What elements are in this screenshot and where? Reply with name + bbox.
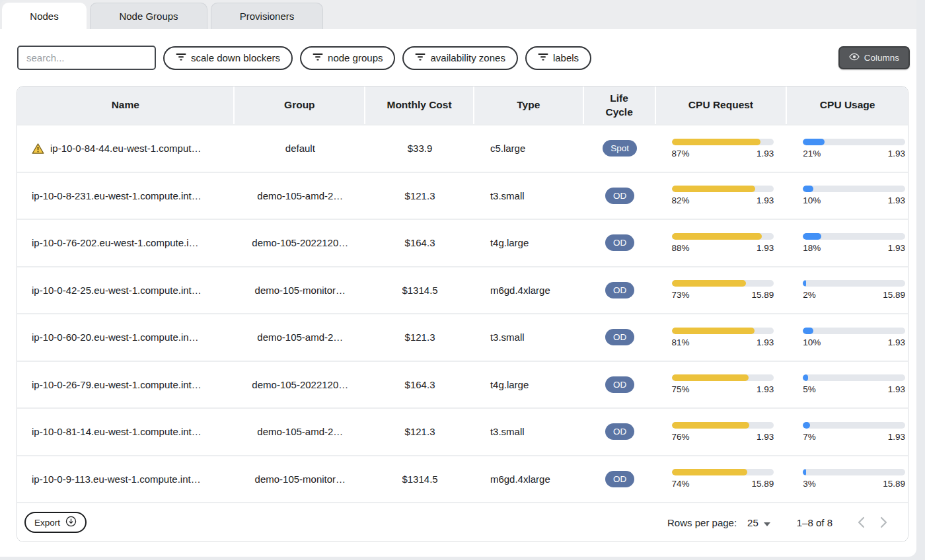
chevron-left-icon[interactable] — [850, 511, 872, 534]
node-name-cell: ip-10-0-81-14.eu-west-1.compute.int… — [17, 409, 235, 455]
chevron-right-icon[interactable] — [872, 511, 895, 534]
bar-labels: 75%1.93 — [672, 384, 774, 394]
capacity-label: 1.93 — [757, 384, 774, 394]
life-cycle-cell: OD — [584, 267, 656, 314]
tab-node-groups-label: Node Groups — [119, 11, 178, 22]
column-header-cpu-usage[interactable]: CPU Usage — [787, 87, 908, 124]
percent-label: 18% — [803, 243, 821, 253]
percent-label: 10% — [803, 195, 821, 205]
group-cell: demo-105-2022120… — [235, 362, 366, 408]
capacity-label: 1.93 — [757, 337, 774, 347]
export-button[interactable]: Export — [24, 512, 87, 533]
column-header-monthly-cost[interactable]: Monthly Cost — [365, 87, 474, 124]
pagination-controls: Rows per page: 25 1–8 of 8 — [667, 511, 895, 534]
bar-labels: 82%1.93 — [672, 195, 774, 205]
cpu-request-bar — [672, 422, 774, 429]
table-row[interactable]: ip-10-0-84-44.eu-west-1.comput…default$3… — [17, 124, 908, 172]
instance-type-cell: t3.small — [474, 409, 584, 455]
filter-scale-down-blockers-button[interactable]: scale down blockers — [163, 46, 293, 70]
monthly-cost-cell: $121.3 — [365, 409, 474, 455]
life-cycle-cell: OD — [584, 456, 656, 503]
cpu-request-cell: 74%15.89 — [656, 456, 788, 503]
bar-labels: 5%1.93 — [803, 384, 905, 394]
tab-nodes-label: Nodes — [30, 11, 58, 22]
table-row[interactable]: ip-10-0-8-231.eu-west-1.compute.int…demo… — [17, 172, 908, 219]
cpu-request-cell: 82%1.93 — [656, 173, 788, 219]
table-row[interactable]: ip-10-0-26-79.eu-west-1.compute.int…demo… — [17, 361, 908, 408]
bar-labels: 73%15.89 — [672, 290, 774, 300]
capacity-label: 15.89 — [883, 479, 905, 489]
capacity-label: 1.93 — [888, 195, 905, 205]
app-window: Nodes Node Groups Provisioners scale dow… — [0, 0, 916, 557]
column-header-type[interactable]: Type — [474, 87, 584, 124]
cpu-request-cell: 88%1.93 — [656, 220, 788, 266]
table-row[interactable]: ip-10-0-81-14.eu-west-1.compute.int…demo… — [17, 407, 908, 455]
filter-label: scale down blockers — [191, 52, 280, 63]
percent-label: 88% — [672, 243, 690, 253]
cpu-usage-cell: 7%1.93 — [787, 409, 908, 455]
table-row[interactable]: ip-10-0-9-113.eu-west-1.compute.int…demo… — [17, 455, 908, 503]
filter-lines-icon — [538, 52, 548, 63]
filter-lines-icon — [415, 52, 426, 63]
table-footer: Export Rows per page: 25 1–8 of 8 — [17, 502, 908, 542]
table-row[interactable]: ip-10-0-60-20.eu-west-1.compute.in…demo-… — [17, 313, 908, 361]
percent-label: 75% — [672, 384, 690, 394]
tab-provisioners[interactable]: Provisioners — [211, 3, 323, 29]
tab-provisioners-label: Provisioners — [240, 11, 295, 22]
columns-button[interactable]: Columns — [838, 46, 910, 69]
lifecycle-badge: OD — [605, 282, 634, 298]
filter-availability-zones-button[interactable]: availability zones — [402, 46, 517, 70]
bar-fill — [672, 233, 762, 240]
node-name-cell: ip-10-0-84-44.eu-west-1.comput… — [17, 125, 235, 172]
filter-labels-button[interactable]: labels — [525, 46, 591, 70]
instance-type-cell: m6gd.4xlarge — [474, 267, 584, 314]
cpu-request-cell: 81%1.93 — [656, 314, 788, 361]
percent-label: 2% — [803, 290, 816, 300]
group-cell: demo-105-monitor… — [235, 267, 366, 314]
filter-label: availability zones — [430, 52, 505, 63]
node-name: ip-10-0-84-44.eu-west-1.comput… — [50, 143, 201, 154]
group-cell: demo-105-2022120… — [235, 220, 366, 266]
group-cell: demo-105-monitor… — [235, 456, 366, 503]
node-name-cell: ip-10-0-9-113.eu-west-1.compute.int… — [17, 456, 235, 503]
cpu-request-cell: 76%1.93 — [656, 409, 788, 455]
bar-labels: 7%1.93 — [803, 432, 905, 442]
group-cell: demo-105-amd-2… — [235, 314, 366, 361]
column-header-group[interactable]: Group — [235, 87, 365, 124]
search-input[interactable] — [17, 46, 156, 70]
bar-labels: 76%1.93 — [672, 432, 774, 442]
lifecycle-badge: OD — [605, 376, 634, 393]
percent-label: 82% — [672, 195, 690, 205]
percent-label: 21% — [803, 149, 821, 158]
bar-labels: 10%1.93 — [803, 195, 905, 205]
tab-node-groups[interactable]: Node Groups — [90, 3, 207, 29]
column-header-cpu-request[interactable]: CPU Request — [656, 87, 788, 124]
bar-fill — [803, 139, 824, 145]
table-row[interactable]: ip-10-0-76-202.eu-west-1.compute.i…demo-… — [17, 219, 908, 266]
filter-label: node groups — [328, 52, 383, 63]
life-cycle-cell: Spot — [584, 125, 656, 172]
node-name: ip-10-0-60-20.eu-west-1.compute.in… — [32, 332, 199, 343]
life-cycle-cell: OD — [584, 362, 656, 408]
capacity-label: 1.93 — [888, 432, 905, 442]
filter-node-groups-button[interactable]: node groups — [300, 46, 395, 70]
warning-triangle-icon[interactable] — [32, 143, 44, 155]
monthly-cost-cell: $1314.5 — [365, 267, 474, 314]
capacity-label: 15.89 — [883, 290, 905, 300]
bar-labels: 81%1.93 — [672, 337, 774, 347]
table-row[interactable]: ip-10-0-42-25.eu-west-1.compute.int…demo… — [17, 266, 908, 314]
node-name: ip-10-0-81-14.eu-west-1.compute.int… — [32, 426, 202, 437]
tab-nodes[interactable]: Nodes — [2, 3, 87, 29]
lifecycle-badge: OD — [605, 234, 634, 251]
cpu-usage-cell: 18%1.93 — [787, 220, 908, 266]
bar-fill — [803, 280, 806, 287]
pagination-range: 1–8 of 8 — [797, 517, 832, 528]
rows-per-page-select[interactable]: 25 — [747, 517, 770, 528]
column-header-name[interactable]: Name — [17, 87, 235, 124]
percent-label: 7% — [803, 432, 816, 442]
percent-label: 10% — [803, 337, 821, 347]
column-header-life-cycle[interactable]: Life Cycle — [584, 87, 656, 124]
cpu-usage-bar — [803, 139, 905, 145]
tab-bar: Nodes Node Groups Provisioners — [0, 0, 916, 29]
lifecycle-badge: OD — [605, 329, 634, 345]
